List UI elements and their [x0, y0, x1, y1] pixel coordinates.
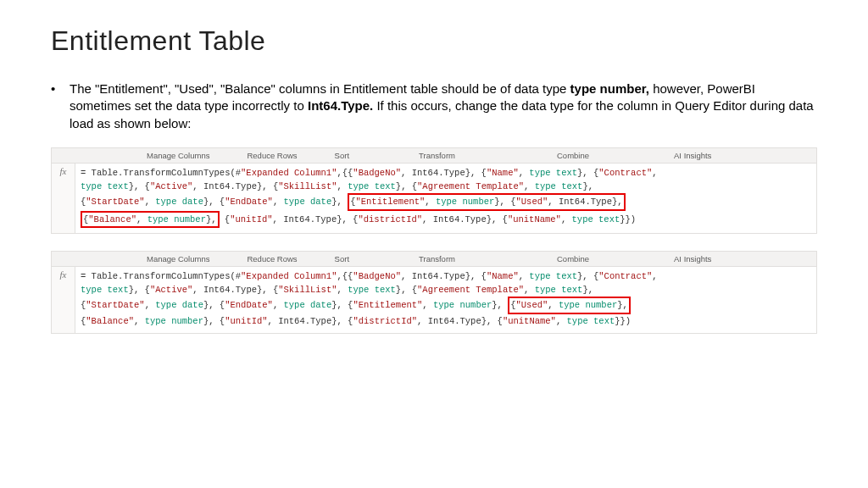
bullet-t1: The "Entitlement", "Used", "Balance" col… — [70, 81, 570, 96]
code-token: "Name" — [487, 271, 519, 281]
code-token: type date — [284, 197, 332, 207]
code-token: "Active" — [150, 285, 192, 295]
code-token: type date — [284, 300, 332, 310]
code-token: "Contract" — [598, 168, 652, 178]
code-token: type text — [348, 181, 396, 191]
code-token: type text — [535, 181, 583, 191]
ribbon-combine: Combine — [506, 151, 640, 160]
code-token: "unitName" — [503, 316, 556, 326]
formula-code-1: = Table.TransformColumnTypes(#"Expanded … — [75, 164, 816, 233]
bullet-text: The "Entitlement", "Used", "Balance" col… — [70, 80, 817, 132]
code-token: type text — [81, 181, 129, 191]
query-editor-screenshot-2: Manage Columns Reduce Rows Sort Transfor… — [51, 251, 817, 334]
query-editor-screenshot-1: Manage Columns Reduce Rows Sort Transfor… — [51, 147, 817, 234]
code-token: "Used" — [516, 300, 548, 310]
code-token: }, { — [577, 271, 598, 281]
code-token: type text — [567, 316, 615, 326]
code-token: }, { — [331, 300, 353, 310]
code-token: ,{{ — [337, 168, 353, 178]
ribbon-tabs: Manage Columns Reduce Rows Sort Transfor… — [52, 148, 816, 163]
code-token: type date — [155, 197, 203, 207]
code-token: }, { — [396, 285, 417, 295]
code-token: "Active" — [150, 181, 192, 191]
fx-icon: fx — [52, 164, 75, 233]
ribbon-tabs: Manage Columns Reduce Rows Sort Transfor… — [52, 252, 816, 266]
code-token: "BadgeNo" — [353, 271, 401, 281]
code-token: "Balance" — [88, 214, 136, 225]
code-token: "Expanded Column1" — [241, 271, 337, 281]
code-token: }, { — [337, 214, 358, 225]
code-token: type number — [145, 316, 203, 326]
code-token: }, { — [494, 197, 515, 207]
code-token: type text — [535, 285, 583, 295]
code-token: }, { — [257, 285, 278, 295]
code-token: "unitName" — [508, 214, 561, 225]
code-token: type number — [436, 197, 494, 207]
code-token: type number — [433, 300, 492, 310]
code-token: Int64.Type — [559, 197, 612, 207]
code-token: Int64.Type — [412, 271, 465, 281]
code-token: type number — [147, 214, 206, 225]
highlight-used-number: {"Used", type number}, — [508, 297, 631, 313]
code-token: type text — [529, 168, 577, 178]
code-token: }, { — [465, 168, 487, 178]
code-token: = Table.TransformColumnTypes(# — [81, 168, 241, 178]
slide-title: Entitlement Table — [51, 25, 817, 57]
code-token: "districtId" — [353, 316, 417, 326]
code-token: "Used" — [516, 197, 548, 207]
code-token: "SkillList" — [278, 285, 337, 295]
code-token: }, { — [129, 285, 150, 295]
code-token: "Name" — [487, 168, 519, 178]
ribbon-sort: Sort — [316, 254, 368, 263]
code-token: = Table.TransformColumnTypes(# — [81, 271, 241, 281]
code-token: }}) — [620, 214, 636, 225]
code-token: }, { — [203, 197, 225, 207]
code-token: "EndDate" — [225, 300, 273, 310]
code-token: "StartDate" — [86, 197, 144, 207]
code-token: type text — [81, 285, 129, 295]
code-token: "Agreement Template" — [417, 181, 524, 191]
code-token: Int64.Type — [428, 316, 481, 326]
ribbon-transform: Transform — [368, 151, 506, 160]
ribbon-manage-columns: Manage Columns — [128, 254, 228, 263]
code-token: }, { — [203, 316, 225, 326]
code-token: Int64.Type — [278, 316, 331, 326]
code-token: }, { — [129, 181, 150, 191]
ribbon-ai-insights: AI Insights — [640, 254, 745, 263]
ribbon-reduce-rows: Reduce Rows — [228, 151, 315, 160]
code-token: }}) — [615, 316, 631, 326]
code-token: }, { — [577, 168, 598, 178]
code-token: "Balance" — [86, 316, 134, 326]
highlight-entitlement-used: {"Entitlement", type number}, {"Used", I… — [348, 193, 625, 210]
code-token: }, { — [487, 214, 508, 225]
code-token: "SkillList" — [278, 181, 337, 191]
code-token: "Contract" — [598, 271, 652, 281]
code-token: type text — [348, 285, 396, 295]
code-token: Int64.Type — [203, 285, 257, 295]
code-token: "Agreement Template" — [417, 285, 524, 295]
code-token: }, { — [465, 271, 487, 281]
bullet-marker: • — [51, 80, 70, 132]
highlight-balance: {"Balance", type number}, — [81, 211, 220, 228]
code-token: type text — [572, 214, 620, 225]
code-token: type text — [529, 271, 577, 281]
ribbon-transform: Transform — [368, 254, 506, 263]
code-token: type date — [155, 300, 203, 310]
code-token: }, { — [481, 316, 503, 326]
formula-bar: fx = Table.TransformColumnTypes(#"Expand… — [52, 163, 816, 233]
code-token: type number — [559, 300, 617, 310]
code-token: }, { — [203, 300, 225, 310]
code-token: }, { — [396, 181, 417, 191]
code-token: ,{{ — [337, 271, 353, 281]
code-token: "unitId" — [225, 316, 267, 326]
code-token: "BadgeNo" — [353, 168, 401, 178]
ribbon-reduce-rows: Reduce Rows — [228, 254, 315, 263]
bullet-b1: type number, — [570, 81, 649, 96]
code-token: Int64.Type — [412, 168, 465, 178]
code-token: Int64.Type — [283, 214, 337, 225]
code-token: "Entitlement" — [355, 197, 425, 207]
fx-icon: fx — [52, 267, 75, 333]
code-token: "unitId" — [230, 214, 272, 225]
code-token: "EndDate" — [225, 197, 273, 207]
ribbon-sort: Sort — [316, 151, 368, 160]
